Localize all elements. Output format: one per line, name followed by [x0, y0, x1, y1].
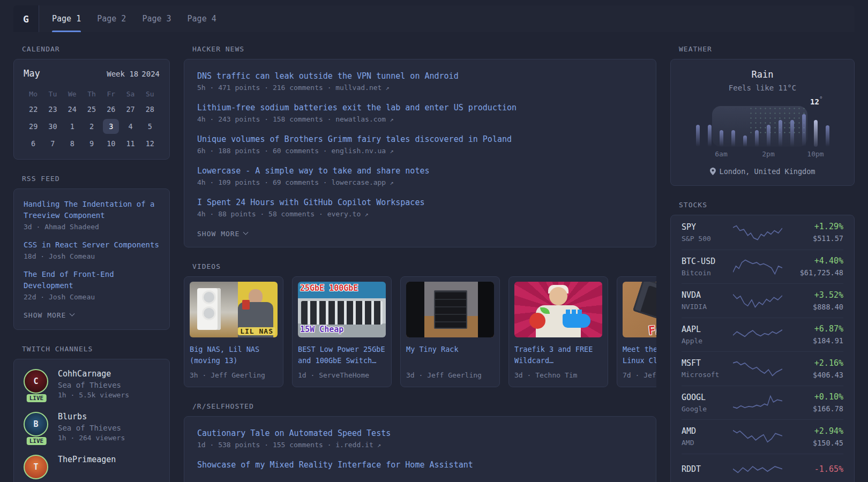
stock-company: Apple [682, 337, 733, 345]
calendar-day: 1 [63, 118, 82, 134]
stock-price: $888.40 [782, 303, 843, 311]
hn-story-title[interactable]: Unique volumes of Brothers Grimm fairy t… [197, 133, 643, 145]
stock-row-msft[interactable]: MSFTMicrosoft +2.16%$406.43 [682, 351, 843, 386]
twitch-channel-cohhcarnage[interactable]: C LIVE CohhCarnage Sea of Thieves 1h · 5… [24, 369, 160, 399]
calendar-day: 28 [140, 101, 160, 117]
hour-label: 2pm [762, 150, 774, 158]
videos-row: LIL NAS Big NAS, Lil NAS (moving 13) 3h … [184, 276, 656, 387]
app-logo[interactable]: G [13, 5, 39, 32]
video-card-big-nas[interactable]: LIL NAS Big NAS, Lil NAS (moving 13) 3h … [184, 276, 283, 387]
weekday-header: Sa [121, 87, 140, 100]
weather-hourly-chart: 12° 6am2pm10pm [693, 106, 832, 155]
stocks-card: SPYS&P 500 +1.29%$511.57 BTC-USDBitcoin … [670, 215, 855, 482]
twitch-card: C LIVE CohhCarnage Sea of Thieves 1h · 5… [13, 359, 170, 482]
stock-row-aapl[interactable]: AAPLApple +6.87%$184.91 [682, 318, 843, 352]
stock-row-btc-usd[interactable]: BTC-USDBitcoin +4.40%$61,725.48 [682, 250, 843, 284]
stock-change: +4.40% [782, 256, 843, 266]
stock-ticker[interactable]: AAPL [682, 325, 733, 334]
rss-card: Handling The Indentation of a Treeview C… [13, 189, 170, 330]
twitch-channel-name[interactable]: Blurbs [58, 412, 125, 421]
rss-item-title[interactable]: The End of Front-End Development [24, 269, 160, 291]
hour-label: 6am [715, 150, 727, 158]
stock-sparkline [733, 394, 782, 412]
video-card-traefik[interactable]: Traefik 3 and FREE Wildcard… 3d · Techno… [508, 276, 608, 387]
stock-row-rddt[interactable]: RDDT -1.65% [682, 454, 843, 482]
hacker-news-card: DNS traffic can leak outside the VPN tun… [184, 59, 656, 247]
selfhosted-card: Cautionary Tale on Automated Speed Tests… [184, 416, 656, 482]
twitch-channel-meta: 1h · 264 viewers [58, 434, 125, 442]
rss-item-meta: 22d · Josh Comeau [24, 293, 160, 301]
videos-section: VIDEOS LIL NAS Big NAS, Lil NAS ( [184, 262, 656, 387]
stock-row-amd[interactable]: AMDAMD +2.94%$150.45 [682, 419, 843, 454]
twitch-channel-theprimeagen[interactable]: T ThePrimeagen [24, 455, 160, 479]
stock-ticker[interactable]: MSFT [682, 358, 733, 368]
stock-change: +1.29% [782, 222, 843, 231]
hn-story-meta: 5h · 471 points · 216 comments · mullvad… [197, 84, 643, 92]
video-card-25gbe-switch[interactable]: 25GbE 100GbE 15W Cheap BEST Low Power 25… [292, 276, 392, 387]
video-title[interactable]: Meet the Linux Clu [623, 344, 656, 367]
video-card-my-tiny-rack[interactable]: My Tiny Rack 3d · Jeff Geerling [400, 276, 500, 387]
rss-item-title[interactable]: Handling The Indentation of a Treeview C… [24, 199, 160, 221]
stock-ticker[interactable]: SPY [682, 222, 733, 232]
hn-story-title[interactable]: DNS traffic can leak outside the VPN tun… [197, 70, 643, 82]
calendar-month: May [24, 68, 40, 79]
calendar-day: 29 [24, 118, 43, 134]
dashboard-page: G Page 1 Page 2 Page 3 Page 4 CALENDAR M… [0, 0, 868, 482]
stock-ticker[interactable]: RDDT [682, 464, 733, 474]
stock-sparkline [733, 359, 782, 378]
weekday-header: Mo [24, 87, 43, 100]
hn-show-more-button[interactable]: SHOW MORE [197, 230, 248, 238]
stock-row-spy[interactable]: SPYS&P 500 +1.29%$511.57 [682, 215, 843, 250]
stock-price: $150.45 [782, 439, 843, 447]
rss-show-more-button[interactable]: SHOW MORE [24, 311, 74, 319]
video-meta: 7d · Jeff [623, 371, 656, 379]
videos-section-label: VIDEOS [192, 262, 656, 270]
video-title[interactable]: Traefik 3 and FREE Wildcard… [514, 344, 602, 367]
rss-section-label: RSS FEED [22, 175, 170, 183]
video-thumbnail[interactable] [406, 282, 494, 337]
thumbnail-art [190, 282, 238, 337]
stock-ticker[interactable]: NVDA [682, 290, 733, 300]
temperature-bar [826, 125, 829, 147]
stock-ticker[interactable]: AMD [682, 426, 733, 436]
calendar-day: 30 [43, 118, 62, 134]
stock-row-nvda[interactable]: NVDANVIDIA +3.52%$888.40 [682, 283, 843, 318]
video-thumbnail[interactable] [514, 282, 602, 337]
reddit-post-title[interactable]: Showcase of my Mixed Reality Interface f… [197, 459, 643, 471]
weather-card: Rain Feels like 11°C 12° 6am2pm10pm Lond… [670, 59, 855, 186]
hn-story-title[interactable]: Lithium-free sodium batteries exit the l… [197, 102, 643, 114]
rss-item-title[interactable]: CSS in React Server Components [24, 239, 160, 251]
tab-page-3[interactable]: Page 3 [142, 5, 171, 32]
twitch-channel-blurbs[interactable]: B LIVE Blurbs Sea of Thieves 1h · 264 vi… [24, 412, 160, 442]
hn-story-title[interactable]: Lowercase - A simple way to take and sha… [197, 165, 643, 177]
tab-page-4[interactable]: Page 4 [188, 5, 216, 32]
video-card-linux-cluster[interactable]: FAS Meet the Linux Clu 7d · Jeff [617, 276, 656, 387]
calendar-grid: MoTuWeThFrSaSu22232425262728293012345678… [24, 87, 160, 152]
twitch-section-label: TWITCH CHANNELS [22, 345, 170, 353]
tab-page-1[interactable]: Page 1 [52, 5, 81, 32]
blurbs-avatar: B [24, 412, 48, 436]
hn-story-title[interactable]: I Spent 24 Hours with GitHub Copilot Wor… [197, 197, 643, 208]
reddit-post: Cautionary Tale on Automated Speed Tests… [197, 427, 643, 449]
docker-whale-icon [563, 314, 590, 328]
video-thumbnail[interactable]: FAS [623, 282, 656, 337]
calendar-week-number: Week 18 [107, 70, 138, 78]
video-title[interactable]: BEST Low Power 25GbE and 100GbE Switch… [298, 344, 386, 367]
twitch-channel-name[interactable]: CohhCarnage [58, 369, 129, 379]
top-nav: G Page 1 Page 2 Page 3 Page 4 [13, 5, 855, 32]
stock-row-googl[interactable]: GOOGLGoogle +0.10%$166.78 [682, 386, 843, 420]
video-title[interactable]: Big NAS, Lil NAS (moving 13) [190, 344, 278, 367]
video-thumbnail[interactable]: 25GbE 100GbE 15W Cheap [298, 282, 386, 337]
live-badge: LIVE [27, 437, 47, 445]
stock-ticker[interactable]: GOOGL [682, 393, 733, 402]
video-thumbnail[interactable]: LIL NAS [190, 282, 278, 337]
twitch-channel-name[interactable]: ThePrimeagen [58, 455, 116, 464]
temperature-bars [693, 114, 832, 147]
stock-ticker[interactable]: BTC-USD [682, 257, 733, 266]
calendar-card: May Week 182024 MoTuWeThFrSaSu2223242526… [13, 59, 170, 160]
temperature-bar [814, 120, 818, 147]
reddit-post-title[interactable]: Cautionary Tale on Automated Speed Tests [197, 427, 643, 439]
hn-story: Unique volumes of Brothers Grimm fairy t… [197, 133, 643, 155]
video-title[interactable]: My Tiny Rack [406, 344, 494, 367]
tab-page-2[interactable]: Page 2 [97, 5, 126, 32]
